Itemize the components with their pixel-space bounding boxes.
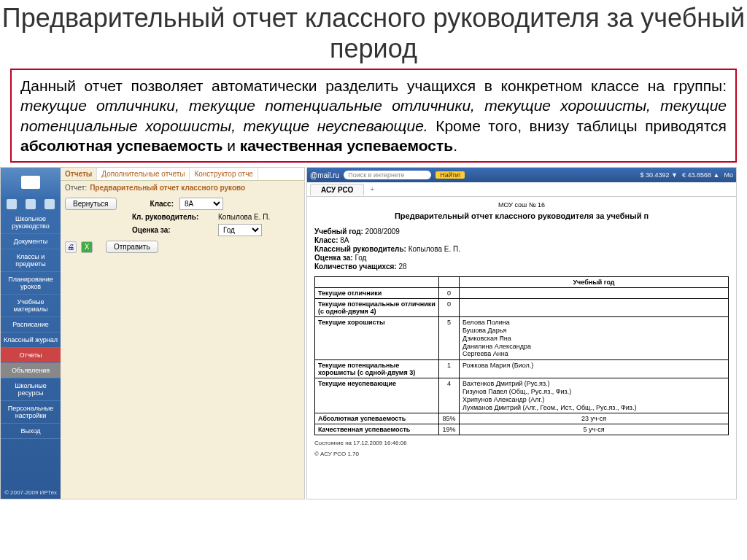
class-select[interactable]: 8А: [179, 198, 223, 210]
nav-reports[interactable]: Отчеты: [1, 348, 61, 363]
nav-mini-icon-3[interactable]: [44, 199, 55, 209]
table-row-names: [460, 288, 729, 299]
toolbar-end: Мо: [724, 171, 733, 179]
row-qual-pct: 19%: [439, 424, 460, 435]
document-body: МОУ сош № 16 Предварительный отчет класс…: [307, 197, 736, 499]
browser-tab-asu[interactable]: АСУ РСО: [310, 184, 364, 195]
table-row-count: 1: [439, 360, 460, 378]
nav-materials[interactable]: Учебные материалы: [1, 295, 61, 317]
table-row-names: [460, 299, 729, 317]
tabs-bar: Отчеты Дополнительные отчеты Конструктор…: [61, 168, 304, 181]
table-row-count: 0: [439, 288, 460, 299]
row-qual-label: Качественная успеваемость: [315, 424, 439, 435]
search-go-button[interactable]: Найти!: [436, 171, 465, 179]
excel-icon[interactable]: X: [81, 241, 93, 253]
table-row-count: 0: [439, 299, 460, 317]
doc-title: Предварительный отчет классного руководи…: [314, 211, 729, 220]
nav-documents[interactable]: Документы: [1, 234, 61, 249]
row-abs-pct: 85%: [439, 413, 460, 424]
rate-eur: € 43.8568 ▲: [682, 171, 719, 179]
left-main: Отчеты Дополнительные отчеты Конструктор…: [61, 168, 304, 499]
nav-school-mgmt[interactable]: Школьное руководство: [1, 211, 61, 234]
nav-lesson-planning[interactable]: Планирование уроков: [1, 272, 61, 295]
teacher-value: Копылова Е. П.: [218, 213, 270, 221]
row-qual-text: 5 уч-ся: [460, 424, 729, 435]
nav-classes-subjects[interactable]: Классы и предметы: [1, 249, 61, 272]
grade-select[interactable]: Год: [218, 224, 262, 236]
slide-title: Предварительный отчет классного руководи…: [0, 0, 747, 66]
nav-mini-icon-2[interactable]: [26, 199, 36, 209]
desc-text-3: и: [222, 137, 239, 154]
tab-report-constructor[interactable]: Конструктор отче: [190, 168, 258, 180]
controls: Вернуться Класс: 8А Кл. руководитель: Ко…: [61, 195, 304, 257]
nav-schedule[interactable]: Расписание: [1, 317, 61, 332]
desc-text-1: Данный отчет позволяет автоматически раз…: [20, 77, 727, 94]
print-icon[interactable]: 🖨: [65, 241, 77, 253]
desc-text-4: .: [453, 137, 457, 154]
table-row-count: 4: [439, 378, 460, 413]
org-name: МОУ сош № 16: [314, 201, 729, 209]
report-preview-panel: @mail.ru Поиск в интернете Найти! $ 30.4…: [306, 167, 737, 499]
back-button[interactable]: Вернуться: [65, 198, 117, 210]
col-header-year: Учебный год: [460, 277, 729, 288]
side-nav: Школьное руководство Документы Классы и …: [1, 168, 61, 499]
nav-exit[interactable]: Выход: [1, 424, 61, 439]
nav-logo: [1, 168, 61, 197]
desc-bold-1: абсолютная успеваемость: [20, 137, 222, 154]
table-row-names: Рожкова Мария (Биол.): [460, 360, 729, 378]
nav-footer: © 2007-2009 ИРТех: [1, 486, 61, 499]
report-name: Предварительный отчет классного руково: [90, 184, 245, 192]
row-abs-text: 23 уч-ся: [460, 413, 729, 424]
search-input[interactable]: Поиск в интернете: [344, 171, 431, 179]
table-row-names: Белова ПолинаБушова ДарьяДзиковская ЯнаД…: [460, 317, 729, 360]
tab-reports[interactable]: Отчеты: [61, 168, 97, 180]
report-label: Отчет:: [65, 184, 87, 192]
table-row-count: 5: [439, 317, 460, 360]
browser-newtab[interactable]: +: [364, 184, 380, 195]
doc-timestamp: Состояние на 17.12.2009 16:46:06: [314, 440, 729, 446]
report-table: Учебный год Текущие отличники0Текущие по…: [314, 276, 729, 435]
nav-school-resources[interactable]: Школьные ресурсы: [1, 378, 61, 401]
browser-tabbar: АСУ РСО +: [307, 182, 736, 197]
desc-bold-2: качественная успеваемость: [240, 137, 453, 154]
nav-announcements[interactable]: Объявления: [1, 363, 61, 378]
table-row-label: Текущие хорошисты: [315, 317, 439, 360]
table-row-label: Текущие неуспевающие: [315, 378, 439, 413]
doc-copyright: © АСУ РСО 1.70: [314, 451, 729, 457]
grade-label: Оценка за:: [132, 226, 212, 234]
nav-personal-settings[interactable]: Персональные настройки: [1, 401, 61, 424]
teacher-label: Кл. руководитель:: [132, 213, 212, 221]
table-row-label: Текущие отличники: [315, 288, 439, 299]
send-button[interactable]: Отправить: [106, 241, 158, 253]
table-row-label: Текущие потенциальные хорошисты (с одной…: [315, 360, 439, 378]
table-row-label: Текущие потенциальные отличники (с одной…: [315, 299, 439, 317]
report-title-bar: Отчет: Предварительный отчет классного р…: [61, 181, 304, 195]
rate-usd: $ 30.4392 ▼: [640, 171, 677, 179]
app-left-panel: Школьное руководство Документы Классы и …: [0, 167, 305, 499]
row-abs-label: Абсолютная успеваемость: [315, 413, 439, 424]
tab-additional-reports[interactable]: Дополнительные отчеты: [97, 168, 190, 180]
desc-text-2: Кроме того, внизу таблицы приводятся: [428, 117, 727, 134]
description-box: Данный отчет позволяет автоматически раз…: [10, 69, 737, 163]
nav-class-journal[interactable]: Классный журнал: [1, 332, 61, 348]
class-label: Класс:: [150, 200, 174, 208]
doc-meta: Учебный год: 2008/2009 Класс: 8А Классны…: [314, 228, 729, 271]
nav-mini-icon-1[interactable]: [7, 199, 17, 209]
browser-toolbar: @mail.ru Поиск в интернете Найти! $ 30.4…: [307, 168, 736, 182]
table-row-names: Вахтенков Дмитрий (Рус.яз.)Гизунов Павел…: [460, 378, 729, 413]
brand-mailru: @mail.ru: [310, 171, 339, 179]
